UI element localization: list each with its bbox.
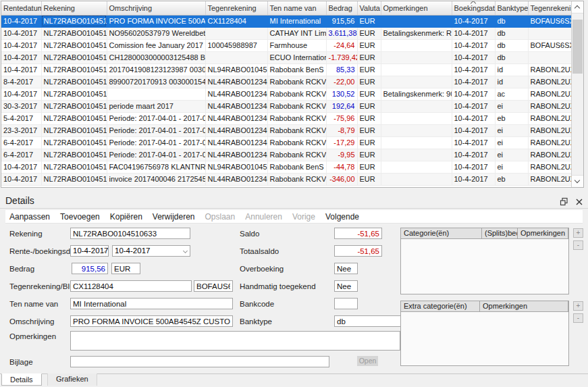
column-header-categorie-n[interactable]: Categorie(ën) [401,228,482,239]
table-cell[interactable]: NL72RABO0104510633 [41,100,107,112]
table-row[interactable]: 6-4-2017NL72RABO0104510633Periode: 2017-… [1,136,571,149]
table-cell[interactable]: periode maart 2017 [107,100,205,112]
table-row[interactable]: 10-4-2017NL72RABO0104510633PRO FORMA INV… [1,15,571,27]
table-cell[interactable]: NL72RABO0104510633 [41,15,107,27]
table-cell[interactable]: NL44RABO0123456789 [205,149,267,161]
table-cell[interactable]: ei [495,149,528,161]
column-header-splits-bedra[interactable]: (Splits)bedra [482,228,518,239]
toolbar-aanpassen-button[interactable]: Aanpassen [9,212,50,222]
table-cell[interactable]: 10-4-2017 [1,173,41,185]
table-cell[interactable]: Rabobank RCKV [267,124,326,136]
table-row[interactable]: 10-4-2017NL72RABO0104510633FAC0419675697… [1,161,571,173]
table-cell[interactable]: NL94RABO0104510625 [205,63,267,76]
table-cell[interactable]: Rabobank RCKV [267,173,326,185]
table-cell[interactable] [381,136,452,149]
table-row[interactable]: 23-3-2017NL72RABO0104510633Periode: 2017… [1,124,571,136]
table-cell[interactable]: id [495,76,528,88]
column-header-tegenrekening-2[interactable]: Tegenrekening [528,1,571,15]
scrollbar-thumb[interactable] [572,20,583,74]
table-cell[interactable] [381,100,452,112]
table-cell[interactable]: RABONL2UXXX [528,136,571,149]
table-cell[interactable]: 10-4-2017 [452,136,495,149]
table-cell[interactable]: Farmhouse [267,39,326,51]
table-cell[interactable]: BOFAUS6SXXX [528,39,571,51]
column-header-tegenrekening[interactable]: Tegenrekening [205,1,267,15]
totaalsaldo-field[interactable] [334,245,382,257]
table-cell[interactable]: EUR [357,173,381,185]
table-cell[interactable] [381,63,452,76]
table-cell[interactable]: NL72RABO0104510633 [41,63,107,76]
column-header-opmerkingen[interactable]: Opmerkingen [381,1,452,15]
banktype-field[interactable] [334,315,401,327]
table-cell[interactable]: -9,95 [326,149,357,161]
table-cell[interactable] [381,112,452,124]
table-cell[interactable]: 30-3-2017 [1,100,41,112]
table-cell[interactable]: NL44RABO0123456789 [205,124,267,136]
valuta-field[interactable] [111,263,140,274]
table-cell[interactable]: 89900720170913 003000154209... [107,76,205,88]
table-cell[interactable]: 10-4-2017 [452,100,495,112]
table-cell[interactable]: 192,64 [326,100,357,112]
table-cell[interactable]: -75,96 [326,112,357,124]
table-cell[interactable] [381,39,452,51]
table-cell[interactable]: NL44RABO0123456789 [205,88,267,100]
table-cell[interactable]: NO956020537979 Wereldbetaling... [107,27,205,39]
rentedatum-select[interactable]: 10-4-2017 [70,245,109,257]
table-cell[interactable]: 10-4-2017 [452,124,495,136]
table-cell[interactable]: EUR [357,15,381,27]
table-cell[interactable]: EUR [357,149,381,161]
table-cell[interactable]: RABONL2UXXX [528,173,571,185]
table-cell[interactable]: NL72RABO0104510633 [41,149,107,161]
table-cell[interactable]: 6-4-2017 [1,136,41,149]
table-cell[interactable]: ei [495,136,528,149]
table-cell[interactable]: ei [495,161,528,173]
ten-name-van-field[interactable] [70,298,233,309]
column-header-extra-categorie-n[interactable]: Extra categorie(ën) [401,301,480,312]
column-header-boekingsdatum[interactable]: Boekingsdatum [452,1,495,15]
table-cell[interactable]: ac [495,88,528,100]
table-cell[interactable]: 6-4-2017 [1,149,41,161]
opmerkingen-field[interactable] [70,331,400,351]
table-cell[interactable]: -24,64 [326,39,357,51]
table-cell[interactable]: NL72RABO0104510633 [41,161,107,173]
table-cell[interactable]: db [495,39,528,51]
table-cell[interactable]: RABONL2UXXX [528,112,571,124]
table-cell[interactable]: db [495,27,528,39]
table-cell[interactable]: invoice 2017400046 21725455 [107,173,205,185]
toolbar-volgende-button[interactable]: Volgende [325,212,359,222]
column-header-rentedatum[interactable]: Rentedatum [1,1,41,15]
table-row[interactable]: 10-4-2017NL72RABO0104510633Comission fee… [1,39,571,51]
scroll-up-button[interactable] [572,1,583,14]
column-header-omschrijving[interactable]: Omschrijving [107,1,205,15]
table-cell[interactable]: RABONL2UXXX [528,161,571,173]
column-header-ten-name-van[interactable]: Ten name van [267,1,326,15]
table-cell[interactable]: CH1280003000003125488 Betalin... [107,51,205,63]
table-cell[interactable]: 3.611,38 [326,27,357,39]
table-cell[interactable]: 85,33 [326,63,357,76]
table-cell[interactable]: BOFAUS6SXXX [528,15,571,27]
table-cell[interactable]: EUR [357,76,381,88]
table-cell[interactable]: eb [495,173,528,185]
tab-details[interactable]: Details [1,373,42,386]
table-cell[interactable]: Rabobank BenS [267,161,326,173]
overboeking-field[interactable] [334,263,358,274]
table-cell[interactable]: 5-4-2017 [1,112,41,124]
table-row[interactable]: 30-3-2017NL72RABO0104510633periode maart… [1,100,571,112]
table-cell[interactable]: NL72RABO0104510633 [41,112,107,124]
table-cell[interactable]: NL72RABO0104510633 [41,27,107,39]
table-cell[interactable]: EUR [357,63,381,76]
table-cell[interactable]: RABONL2UXXX [528,63,571,76]
table-cell[interactable]: 10-4-2017 [452,112,495,124]
saldo-field[interactable] [334,228,382,239]
bijlage-field[interactable] [70,356,329,367]
table-cell[interactable]: id [495,63,528,76]
table-cell[interactable]: 10-4-2017 [452,161,495,173]
column-header-opmerkingen[interactable]: Opmerkingen [480,301,568,312]
table-cell[interactable] [381,51,452,63]
table-cell[interactable]: 10-4-2017 [452,149,495,161]
column-header-valuta[interactable]: Valuta [357,1,381,15]
open-attachment-button[interactable]: Open [357,356,378,366]
table-cell[interactable]: 10-4-2017 [1,15,41,27]
table-cell[interactable]: RABONL2UXXX [528,124,571,136]
table-cell[interactable] [528,51,571,63]
